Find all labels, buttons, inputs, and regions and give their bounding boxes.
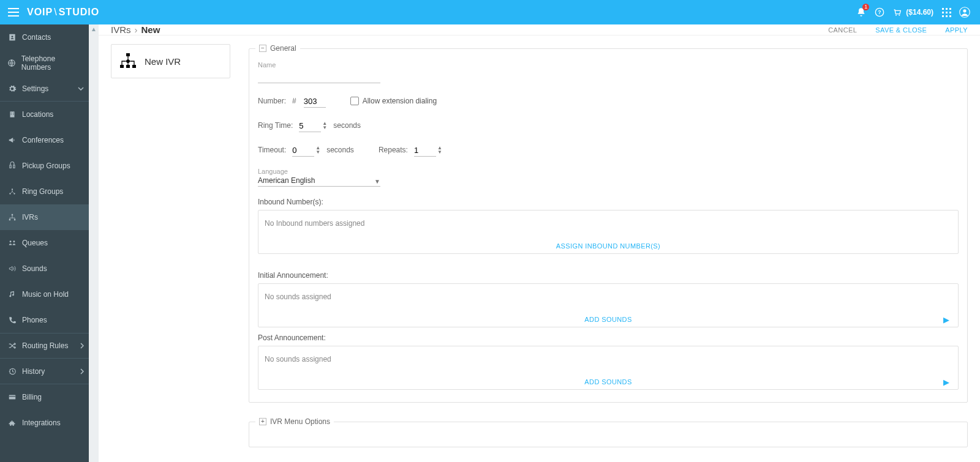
svg-rect-18 xyxy=(10,111,15,117)
name-label: Name xyxy=(258,61,959,69)
timeout-input[interactable] xyxy=(292,143,314,157)
ivr-card[interactable]: New IVR xyxy=(111,44,230,78)
name-input[interactable] xyxy=(258,70,380,83)
cancel-button[interactable]: CANCEL xyxy=(828,26,857,34)
sidebar-item-label: Locations xyxy=(22,110,53,119)
help-button[interactable]: ? xyxy=(870,0,889,24)
add-sounds-post-button[interactable]: ADD SOUNDS xyxy=(584,378,631,386)
sidebar-item-pickup-groups[interactable]: Pickup Groups xyxy=(0,153,89,179)
add-sounds-initial-button[interactable]: ADD SOUNDS xyxy=(584,316,631,323)
sidebar-item-locations[interactable]: Locations xyxy=(0,102,89,127)
account-button[interactable] xyxy=(956,0,974,24)
scroll-up-icon: ▲ xyxy=(91,26,97,32)
breadcrumb: IVRs › New xyxy=(111,24,160,35)
logo-divider: \ xyxy=(54,7,57,18)
ring-time-stepper[interactable]: ▲▼ xyxy=(299,119,327,132)
sound-icon xyxy=(6,264,18,273)
svg-text:?: ? xyxy=(878,9,881,15)
svg-rect-9 xyxy=(949,12,951,13)
seconds-label: seconds xyxy=(326,146,354,154)
stepper-arrows-icon[interactable]: ▲▼ xyxy=(315,146,320,154)
assign-inbound-button[interactable]: ASSIGN INBOUND NUMBER(S) xyxy=(556,242,660,250)
ring-time-label: Ring Time: xyxy=(258,121,293,130)
post-announcement-label: Post Announcement: xyxy=(258,333,959,342)
repeats-input[interactable] xyxy=(414,143,436,157)
collapse-icon[interactable] xyxy=(259,45,266,52)
svg-rect-23 xyxy=(10,165,11,168)
ivr-menu-options-header[interactable]: IVR Menu Options xyxy=(255,417,334,426)
card-icon xyxy=(6,393,18,401)
play-post-button[interactable]: ▶ xyxy=(943,378,949,387)
sidebar-item-settings[interactable]: Settings xyxy=(0,76,89,102)
sidebar-item-label: Integrations xyxy=(22,419,61,427)
ivr-icon xyxy=(6,213,18,222)
phone-icon xyxy=(6,316,18,324)
general-panel: General Name Number: # xyxy=(249,44,968,403)
logo-part2: STUDIO xyxy=(59,7,99,18)
balance-button[interactable]: ($14.60) xyxy=(889,8,937,17)
svg-rect-39 xyxy=(126,65,130,68)
sidebar-item-label: Phones xyxy=(22,316,47,324)
sidebar-item-music-on-hold[interactable]: Music on Hold xyxy=(0,281,89,307)
sidebar-item-label: Sounds xyxy=(22,264,47,273)
save-close-button[interactable]: SAVE & CLOSE xyxy=(875,26,927,34)
svg-rect-4 xyxy=(942,8,944,10)
sidebar-scrollbar[interactable]: ▲ xyxy=(89,24,99,462)
allow-extension-label: Allow extension dialing xyxy=(363,97,437,105)
sidebar-item-integrations[interactable]: Integrations xyxy=(0,410,89,436)
number-input[interactable] xyxy=(304,94,326,108)
language-select[interactable]: American English ▼ xyxy=(258,176,380,187)
timeout-stepper[interactable]: ▲▼ xyxy=(292,143,320,157)
hamburger-menu-button[interactable] xyxy=(6,0,21,24)
sidebar-item-telephone-numbers[interactable]: Telephone Numbers xyxy=(0,50,89,76)
ring-time-input[interactable] xyxy=(299,119,321,132)
breadcrumb-root[interactable]: IVRs xyxy=(111,24,131,35)
allow-extension-checkbox[interactable]: Allow extension dialing xyxy=(350,97,437,105)
stepper-arrows-icon[interactable]: ▲▼ xyxy=(322,121,327,130)
svg-point-14 xyxy=(963,9,966,12)
general-panel-header[interactable]: General xyxy=(255,44,300,53)
form-column: General Name Number: # xyxy=(249,44,968,462)
initial-announcement-box: No sounds assigned ADD SOUNDS ▶ xyxy=(258,283,959,327)
initial-announcement-label: Initial Announcement: xyxy=(258,271,959,280)
svg-rect-6 xyxy=(949,8,951,10)
repeats-stepper[interactable]: ▲▼ xyxy=(414,143,442,157)
inbound-numbers-label: Inbound Number(s): xyxy=(258,198,959,206)
number-label: Number: xyxy=(258,97,286,105)
svg-point-2 xyxy=(895,15,897,16)
svg-rect-38 xyxy=(120,65,124,68)
svg-rect-35 xyxy=(9,396,16,397)
svg-rect-21 xyxy=(11,114,12,114)
svg-rect-7 xyxy=(942,12,944,13)
svg-rect-28 xyxy=(12,214,13,215)
sidebar-item-ivrs[interactable]: IVRs xyxy=(0,204,89,230)
sidebar-item-contacts[interactable]: Contacts xyxy=(0,24,89,50)
puzzle-icon xyxy=(6,419,18,427)
sidebar-item-routing-rules[interactable]: Routing Rules xyxy=(0,333,89,359)
sidebar-item-ring-groups[interactable]: Ring Groups xyxy=(0,179,89,204)
notifications-button[interactable]: 1 xyxy=(852,0,870,24)
svg-rect-12 xyxy=(949,15,951,17)
sidebar-item-label: Ring Groups xyxy=(22,187,63,196)
stepper-arrows-icon[interactable]: ▲▼ xyxy=(437,146,442,154)
sidebar-item-phones[interactable]: Phones xyxy=(0,307,89,333)
pickup-icon xyxy=(6,162,18,170)
ring-groups-icon xyxy=(6,187,18,196)
sidebar-item-history[interactable]: History xyxy=(0,359,89,384)
svg-rect-24 xyxy=(13,165,15,168)
breadcrumb-separator: › xyxy=(135,24,138,35)
apps-button[interactable] xyxy=(937,0,956,24)
timeout-label: Timeout: xyxy=(258,146,286,154)
inbound-empty-msg: No Inbound numbers assigned xyxy=(258,211,958,236)
expand-icon[interactable] xyxy=(259,418,266,425)
sidebar-item-conferences[interactable]: Conferences xyxy=(0,127,89,153)
queue-icon xyxy=(6,239,18,247)
sidebar-item-label: IVRs xyxy=(22,213,38,222)
content-header: IVRs › New CANCEL SAVE & CLOSE APPLY xyxy=(99,24,980,35)
apply-button[interactable]: APPLY xyxy=(945,26,968,34)
sidebar-item-sounds[interactable]: Sounds xyxy=(0,256,89,281)
sidebar-item-queues[interactable]: Queues xyxy=(0,230,89,256)
checkbox-box xyxy=(350,97,359,105)
sidebar-item-billing[interactable]: Billing xyxy=(0,384,89,410)
play-initial-button[interactable]: ▶ xyxy=(943,315,949,324)
